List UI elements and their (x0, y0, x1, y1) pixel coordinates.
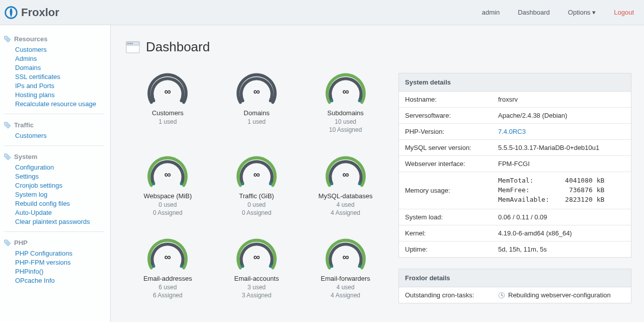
svg-point-14 (269, 99, 272, 102)
topnav-options[interactable]: Options ▾ (568, 9, 596, 16)
sidebar-item[interactable]: Domains (15, 64, 104, 71)
gauge: ∞Webspace (MiB)0 used0 Assigned (126, 156, 210, 221)
table-row: System load:0.06 / 0.11 / 0.09 (399, 209, 631, 225)
table-row: Hostname:froxsrv (399, 92, 631, 108)
clock-icon (498, 292, 505, 299)
svg-point-32 (269, 265, 272, 268)
sidebar-link[interactable]: Hosting plans (15, 91, 55, 99)
sidebar-link[interactable]: Domains (15, 64, 41, 71)
sidebar-item[interactable]: Recalculate resource usage (15, 100, 104, 108)
topnav-dashboard[interactable]: Dashboard (518, 9, 550, 16)
gauge: ∞Subdomains10 used10 Assigned (303, 73, 387, 138)
detail-key: Serversoftware: (399, 108, 492, 124)
brand-name: Froxlor (21, 6, 59, 19)
sidebar-item[interactable]: Hosting plans (15, 91, 104, 99)
sidebar-link[interactable]: Customers (15, 132, 47, 139)
sidebar-link[interactable]: Clear plaintext passwords (15, 218, 90, 225)
system-details-title: System details (399, 73, 631, 92)
brand-logo[interactable]: Froxlor (4, 6, 59, 20)
sidebar-item[interactable]: Customers (15, 46, 104, 53)
detail-value: Rebuilding webserver-configuration (492, 287, 631, 303)
sidebar-item[interactable]: Admins (15, 55, 104, 62)
sidebar-link[interactable]: Rebuild config files (15, 200, 70, 207)
gauge-sub: 6 used6 Assigned (153, 283, 183, 299)
gauge-label: MySQL-databases (318, 192, 373, 200)
sidebar-item[interactable]: System log (15, 191, 104, 198)
sidebar-link[interactable]: PHPinfo() (15, 268, 43, 275)
topnav: admin Dashboard Options ▾ Logout (482, 9, 634, 16)
sidebar-item[interactable]: Cronjob settings (15, 182, 104, 189)
sidebar-item[interactable]: PHP Configurations (15, 250, 104, 257)
sidebar-item[interactable]: Configuration (15, 164, 104, 171)
sidebar-link[interactable]: Customers (15, 46, 47, 53)
table-row: Outstanding cron-tasks:Rebuilding webser… (399, 287, 631, 303)
gauge-label: Traffic (GiB) (239, 192, 274, 200)
gauge-sub: 0 used0 Assigned (153, 201, 183, 217)
detail-key: Hostname: (399, 92, 492, 108)
svg-point-11 (180, 99, 183, 102)
svg-point-20 (180, 182, 183, 185)
sidebar-link[interactable]: SSL certificates (15, 73, 60, 80)
sidebar-link[interactable]: PHP Configurations (15, 250, 72, 257)
gauge-sub: 1 used (248, 118, 266, 126)
detail-value: 0.06 / 0.11 / 0.09 (492, 209, 631, 225)
sidebar-link[interactable]: System log (15, 191, 47, 198)
sidebar-item[interactable]: Customers (15, 132, 104, 139)
gauge: ∞Domains1 used (215, 73, 299, 138)
sidebar-item[interactable]: Auto-Update (15, 209, 104, 216)
table-row: Serversoftware:Apache/2.4.38 (Debian) (399, 108, 631, 124)
detail-value: 7.4.0RC3 (492, 124, 631, 140)
detail-key: Memory usage: (399, 172, 492, 209)
sidebar-link[interactable]: Recalculate resource usage (15, 100, 96, 108)
sidebar-link[interactable]: Cronjob settings (15, 182, 62, 189)
sidebar-item[interactable]: OPcache Info (15, 277, 104, 284)
sidebar-item[interactable]: Rebuild config files (15, 200, 104, 207)
detail-link[interactable]: 7.4.0RC3 (498, 128, 526, 135)
sidebar-link[interactable]: IPs and Ports (15, 82, 54, 90)
sidebar-link[interactable]: Settings (15, 173, 39, 180)
svg-point-2 (5, 123, 6, 124)
detail-key: Kernel: (399, 225, 492, 241)
sidebar-group-title: Traffic (4, 121, 104, 129)
tag-icon (4, 153, 11, 160)
svg-point-13 (241, 99, 244, 102)
gauge: ∞MySQL-databases4 used4 Assigned (303, 156, 387, 221)
gauge-sub: 10 used10 Assigned (329, 118, 362, 134)
svg-point-29 (180, 265, 183, 268)
sidebar-item[interactable]: PHPinfo() (15, 268, 104, 275)
svg-text:∞: ∞ (165, 169, 171, 179)
topnav-user[interactable]: admin (482, 9, 500, 16)
sidebar-item[interactable]: Settings (15, 173, 104, 180)
svg-text:∞: ∞ (253, 169, 260, 179)
gauge-sub: 4 used4 Assigned (331, 283, 360, 299)
sidebar-link[interactable]: OPcache Info (15, 277, 55, 284)
tag-icon (4, 239, 11, 247)
sidebar-link[interactable]: Configuration (15, 164, 54, 171)
gauge-sub: 1 used (158, 118, 177, 126)
svg-point-31 (241, 265, 244, 268)
gauge-label: Email-addresses (143, 275, 192, 282)
sidebar-group-title: System (4, 153, 104, 160)
svg-text:∞: ∞ (342, 169, 349, 179)
sidebar-item[interactable]: Clear plaintext passwords (15, 218, 104, 225)
svg-text:∞: ∞ (165, 86, 171, 97)
svg-point-35 (358, 265, 361, 268)
sidebar-link[interactable]: Auto-Update (15, 209, 52, 216)
sidebar-link[interactable]: Admins (15, 55, 37, 62)
sidebar-link[interactable]: PHP-FPM versions (15, 259, 71, 266)
topnav-logout[interactable]: Logout (614, 9, 634, 16)
svg-point-22 (241, 182, 244, 185)
sidebar-item[interactable]: SSL certificates (15, 73, 104, 80)
gauge: ∞Customers1 used (126, 73, 210, 138)
sidebar-item[interactable]: IPs and Ports (15, 82, 104, 90)
svg-point-23 (269, 182, 272, 185)
sidebar-item[interactable]: PHP-FPM versions (15, 259, 104, 266)
svg-point-26 (358, 182, 361, 185)
detail-key: MySQL server version: (399, 140, 492, 156)
froxlor-details-table: Outstanding cron-tasks:Rebuilding webser… (399, 287, 631, 303)
svg-point-10 (152, 99, 155, 102)
table-row: Webserver interface:FPM-FCGI (399, 156, 631, 172)
detail-key: System load: (399, 209, 492, 225)
detail-key: Uptime: (399, 241, 492, 257)
system-details-panel: System details Hostname:froxsrvServersof… (398, 73, 631, 258)
